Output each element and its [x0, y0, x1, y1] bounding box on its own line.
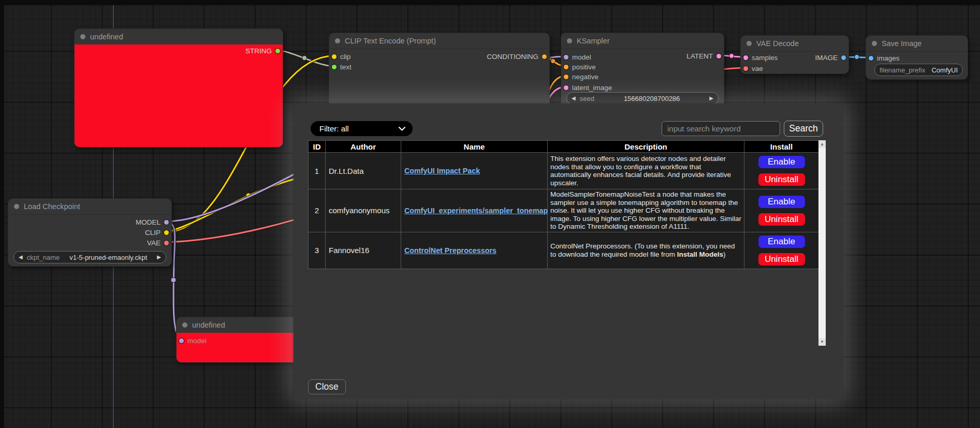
- widget-label: filename_prefix: [880, 66, 925, 74]
- node-status-dot: [182, 322, 187, 328]
- col-header-author: Author: [326, 141, 401, 153]
- output-port-label: STRING: [245, 47, 272, 55]
- node-load-checkpoint[interactable]: Load Checkpoint MODEL CLIP VAE ◀ ckpt_na…: [8, 198, 172, 267]
- cell-description: ModelSamplerTonemapNoiseTest a node that…: [548, 189, 744, 232]
- node-title: VAE Decode: [756, 39, 799, 48]
- input-port-dot[interactable]: [869, 56, 873, 61]
- output-port-dot[interactable]: [841, 55, 846, 60]
- seed-widget[interactable]: ◀ seed 156680208700286 ▶: [566, 92, 719, 105]
- filter-select[interactable]: Filter: all: [311, 121, 413, 136]
- cell-description: ControlNet Preprocessors. (To use this e…: [548, 232, 744, 269]
- col-header-id: ID: [309, 141, 326, 153]
- cell-id: 3: [309, 232, 326, 269]
- enable-button[interactable]: Enable: [758, 235, 806, 248]
- cell-author: comfyanonymous: [326, 189, 401, 232]
- search-button[interactable]: Search: [784, 121, 823, 137]
- scrollbar-down-icon[interactable]: ▼: [818, 338, 826, 346]
- widget-label: seed: [580, 95, 594, 102]
- ckpt-name-widget[interactable]: ◀ ckpt_name v1-5-pruned-emaonly.ckpt ▶: [13, 251, 166, 263]
- input-port-label: text: [340, 63, 352, 71]
- output-port-label: MODEL: [136, 218, 160, 226]
- node-status-dot: [335, 38, 340, 43]
- node-header[interactable]: undefined: [75, 29, 283, 45]
- cell-install: Enable Uninstall: [744, 153, 819, 189]
- comfyui-app: undefined STRING CLIP Text Encode (Promp…: [0, 0, 980, 428]
- enable-button[interactable]: Enable: [758, 155, 806, 169]
- uninstall-button[interactable]: Uninstall: [758, 173, 806, 186]
- widget-left-arrow-icon[interactable]: ◀: [19, 255, 23, 260]
- input-port-label: model: [572, 53, 591, 61]
- node-error-body: [75, 45, 283, 147]
- table-row: 3 Fannovel16 ControlNet Preprocessors Co…: [309, 232, 819, 269]
- output-port-dot[interactable]: [164, 241, 169, 245]
- input-port-dot[interactable]: [743, 55, 748, 60]
- node-status-dot: [80, 34, 85, 39]
- extension-link[interactable]: ComfyUI_experiments/sampler_tonemap: [404, 206, 548, 215]
- node-ksampler[interactable]: KSampler model positive negative latent_…: [561, 33, 724, 111]
- filename-prefix-widget[interactable]: filename_prefix ComfyUI: [874, 64, 963, 76]
- node-title: undefined: [90, 33, 123, 41]
- input-port-dot[interactable]: [743, 66, 748, 71]
- node-title: Load Checkpoint: [24, 202, 80, 211]
- node-status-dot: [567, 38, 572, 43]
- output-port-dot[interactable]: [164, 220, 169, 225]
- output-port-label: LATENT: [686, 52, 713, 60]
- widget-right-arrow-icon[interactable]: ▶: [709, 96, 713, 101]
- input-port-dot[interactable]: [179, 338, 184, 343]
- extension-link[interactable]: ComfyUI Impact Pack: [404, 167, 480, 175]
- input-port-label: vae: [752, 65, 763, 72]
- node-save-image[interactable]: Save Image images filename_prefix ComfyU…: [866, 35, 968, 80]
- filter-selected-value: Filter: all: [319, 124, 399, 133]
- input-port-label: images: [877, 54, 900, 62]
- enable-button[interactable]: Enable: [758, 195, 806, 209]
- close-button[interactable]: Close: [308, 379, 346, 394]
- node-undefined-top[interactable]: undefined STRING: [74, 28, 283, 147]
- window-edge-top: [0, 0, 980, 5]
- node-header[interactable]: VAE Decode: [741, 36, 849, 52]
- widget-right-arrow-icon[interactable]: ▶: [157, 255, 161, 260]
- output-port-label: CONDITIONING: [487, 53, 538, 61]
- uninstall-button[interactable]: Uninstall: [758, 213, 806, 226]
- input-port-dot[interactable]: [564, 65, 568, 69]
- cell-id: 1: [309, 153, 326, 189]
- window-edge-left: [0, 0, 4, 428]
- input-port-label: model: [187, 337, 207, 345]
- input-port-dot[interactable]: [332, 65, 337, 69]
- input-port-dot[interactable]: [564, 85, 568, 90]
- input-port-dot[interactable]: [564, 75, 568, 79]
- input-port-dot[interactable]: [332, 54, 337, 59]
- input-port-label: clip: [340, 53, 350, 61]
- output-port-dot[interactable]: [275, 49, 280, 53]
- node-status-dot: [872, 41, 877, 46]
- input-port-label: samples: [752, 54, 778, 62]
- node-status-dot: [14, 204, 19, 209]
- input-port-label: positive: [572, 63, 596, 71]
- output-port-label: VAE: [147, 239, 160, 247]
- chevron-down-icon: [399, 127, 405, 131]
- node-header[interactable]: CLIP Text Encode (Prompt): [329, 33, 549, 49]
- cell-description: This extension offers various detector n…: [548, 153, 744, 189]
- output-port-label: IMAGE: [815, 54, 838, 62]
- output-port-dot[interactable]: [716, 54, 721, 58]
- input-port-dot[interactable]: [564, 55, 568, 60]
- table-header-row: ID Author Name Description Install: [309, 141, 819, 153]
- search-input[interactable]: [662, 121, 780, 136]
- node-title: undefined: [192, 321, 225, 329]
- output-port-dot[interactable]: [542, 54, 547, 59]
- col-header-install: Install: [744, 141, 819, 153]
- node-header[interactable]: KSampler: [561, 33, 724, 49]
- scrollbar-up-icon[interactable]: ▲: [818, 140, 826, 148]
- node-header[interactable]: Load Checkpoint: [8, 199, 171, 215]
- node-header[interactable]: Save Image: [866, 36, 968, 52]
- widget-value: ComfyUI: [929, 66, 958, 74]
- vertical-scrollbar[interactable]: ▲ ▼: [818, 140, 826, 346]
- col-header-description: Description: [548, 141, 744, 153]
- node-title: CLIP Text Encode (Prompt): [345, 37, 436, 45]
- widget-value: v1-5-pruned-emaonly.ckpt: [64, 254, 153, 261]
- node-vae-decode[interactable]: VAE Decode samples vae IMAGE: [740, 35, 849, 74]
- output-port-dot[interactable]: [164, 230, 169, 235]
- extension-link[interactable]: ControlNet Preprocessors: [404, 246, 496, 255]
- widget-left-arrow-icon[interactable]: ◀: [572, 96, 576, 101]
- uninstall-button[interactable]: Uninstall: [758, 253, 806, 266]
- cell-author: Fannovel16: [326, 232, 401, 269]
